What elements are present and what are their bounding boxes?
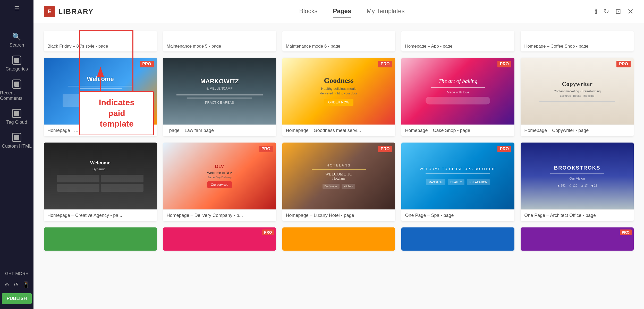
partial-card-0[interactable]: Black Friday – 80's style - page (44, 31, 157, 51)
sidebar-item-search[interactable]: 🔍 Search (9, 32, 24, 48)
pro-badge-3: PRO (497, 61, 512, 67)
template-label-row2-4: One Page – Architect Office - page (521, 209, 634, 221)
pro-badge-2: PRO (378, 61, 392, 67)
tab-blocks[interactable]: Blocks (299, 5, 318, 17)
get-more-label: GET MORE (5, 271, 28, 276)
tab-pages[interactable]: Pages (333, 5, 351, 17)
template-card-luxury-hotel[interactable]: HOTELANS WELCOME TO Hotelans Bedrooms Ki… (282, 143, 395, 221)
bottom-partial-4[interactable]: PRO (521, 227, 634, 251)
template-card-goodness[interactable]: Goodness Healthy delicious meals deliver… (282, 58, 395, 136)
template-card-copywriter[interactable]: Copywriter Content marketing · Brainstor… (521, 58, 634, 136)
elementor-icon: E (44, 6, 55, 17)
pro-badge-luxury-hotel: PRO (378, 146, 392, 152)
template-row-2: Welcome Dynamic... Homepage – Creative A… (44, 143, 634, 221)
template-card-creative-agency[interactable]: Welcome Dynamic... Homepage – Creative A… (44, 143, 157, 221)
bottom-partial-2[interactable] (282, 227, 395, 251)
template-label-row2-2: Homepage – Luxury Hotel - page (282, 209, 395, 221)
save-icon[interactable]: ⊡ (615, 7, 621, 15)
modal-actions: ℹ ↻ ⊡ ✕ (595, 7, 634, 16)
refresh-icon[interactable]: ↻ (604, 7, 609, 15)
bottom-partial-0[interactable] (44, 227, 157, 251)
pro-badge-4: PRO (616, 61, 631, 67)
template-card-spa[interactable]: WELCOME TO CLOSE-UPS BOUTIQUE MASSAGE BE… (401, 143, 514, 221)
partial-card-label-4: Homepage – Coffee Shop - page (524, 44, 588, 49)
sidebar: ☰ 🔍 Search Categories Recent Comments Ta… (0, 0, 33, 309)
sidebar-item-recent-comments: Recent Comments (0, 80, 33, 101)
top-partial-row: Black Friday – 80's style - page Mainten… (44, 31, 634, 51)
sidebar-bottom: GET MORE ⚙ ↺ 📱 PUBLISH (0, 271, 33, 304)
partial-card-label-1: Maintenance mode 5 - page (167, 44, 221, 49)
bottom-partial-1[interactable]: PRO (163, 227, 276, 251)
partial-card-label-2: Maintenance mode 6 - page (286, 44, 341, 49)
partial-card-label-3: Homepage – App - page (405, 44, 452, 49)
bottom-partial-3[interactable] (401, 227, 514, 251)
thumbnail-delivery: DLV Welcome to DLV Same Day Delivery Our… (163, 143, 276, 209)
thumbnail-creative-agency: Welcome Dynamic... (44, 143, 157, 209)
template-label-4: Homepage – Copywriter - page (521, 125, 634, 136)
sidebar-item-tag-cloud: Tag Cloud (6, 109, 27, 125)
thumbnail-architect: BROOKSTROKS Our Vision ▲ 352 ⬡ 120 ▲ 17 … (521, 143, 634, 209)
partial-card-1[interactable]: Maintenance mode 5 - page (163, 31, 276, 51)
sidebar-item-custom-html: Custom HTML (2, 133, 32, 149)
history-icon[interactable]: ↺ (14, 281, 18, 288)
thumbnail-homepage-main: Welcome (44, 58, 157, 125)
template-card-law-firm[interactable]: MARKOWITZ & MELLENCAMP PRACTICE AREAS –p… (163, 58, 276, 136)
partial-card-4[interactable]: Homepage – Coffee Shop - page (521, 31, 634, 51)
thumbnail-law-firm: MARKOWITZ & MELLENCAMP PRACTICE AREAS (163, 58, 276, 125)
partial-card-3[interactable]: Homepage – App - page (401, 31, 514, 51)
close-button[interactable]: ✕ (627, 7, 634, 16)
template-card-architect[interactable]: BROOKSTROKS Our Vision ▲ 352 ⬡ 120 ▲ 17 … (521, 143, 634, 221)
modal-header: E LIBRARY Blocks Pages My Templates ℹ ↻ … (33, 0, 644, 23)
library-modal: E LIBRARY Blocks Pages My Templates ℹ ↻ … (33, 0, 644, 309)
bottom-pro-badge-1: PRO (262, 229, 274, 235)
partial-card-label-0: Black Friday – 80's style - page (47, 44, 108, 49)
pro-badge-spa: PRO (497, 146, 512, 152)
sidebar-item-categories: Categories (5, 56, 28, 72)
template-label-3: Homepage – Cake Shop - page (401, 125, 514, 136)
modal-title: LIBRARY (58, 7, 94, 16)
bottom-partial-row: PRO PRO (44, 227, 634, 251)
pro-badge-delivery: PRO (259, 146, 273, 152)
publish-button[interactable]: PUBLISH (2, 293, 31, 304)
template-label-1: –page – Law firm page (163, 125, 276, 136)
thumbnail-copywriter: Copywriter Content marketing · Brainstor… (521, 58, 634, 125)
tab-my-templates[interactable]: My Templates (367, 5, 405, 17)
template-row-1: Welcome PRO Homepage –… MARKOWITZ & MELL… (44, 58, 634, 136)
template-card-delivery[interactable]: DLV Welcome to DLV Same Day Delivery Our… (163, 143, 276, 221)
template-label-row2-3: One Page – Spa - page (401, 209, 514, 221)
modal-body: Black Friday – 80's style - page Mainten… (33, 23, 644, 309)
bottom-pro-badge-4: PRO (620, 229, 632, 235)
library-logo: E LIBRARY (44, 6, 94, 17)
settings-icon[interactable]: ⚙ (4, 281, 10, 288)
thumbnail-spa: WELCOME TO CLOSE-UPS BOUTIQUE MASSAGE BE… (401, 143, 514, 209)
template-card-homepage-main[interactable]: Welcome PRO Homepage –… (44, 58, 157, 136)
thumbnail-goodness: Goodness Healthy delicious meals deliver… (282, 58, 395, 125)
pro-badge-0: PRO (140, 61, 154, 67)
thumbnail-luxury-hotel: HOTELANS WELCOME TO Hotelans Bedrooms Ki… (282, 143, 395, 209)
template-label-2: Homepage – Goodness meal servi... (282, 125, 395, 136)
mobile-icon[interactable]: 📱 (22, 281, 29, 288)
partial-card-2[interactable]: Maintenance mode 6 - page (282, 31, 395, 51)
sidebar-hamburger[interactable]: ☰ (14, 5, 19, 12)
modal-tabs: Blocks Pages My Templates (109, 5, 595, 17)
template-card-cake-shop[interactable]: The art of baking Made with love PRO Hom… (401, 58, 514, 136)
template-label-row2-1: Homepage – Delivery Company - p... (163, 209, 276, 221)
template-label-0: Homepage –… (44, 125, 157, 136)
thumbnail-cake-shop: The art of baking Made with love (401, 58, 514, 125)
template-label-row2-0: Homepage – Creative Agency - pa... (44, 209, 157, 221)
help-icon[interactable]: ℹ (595, 7, 597, 15)
